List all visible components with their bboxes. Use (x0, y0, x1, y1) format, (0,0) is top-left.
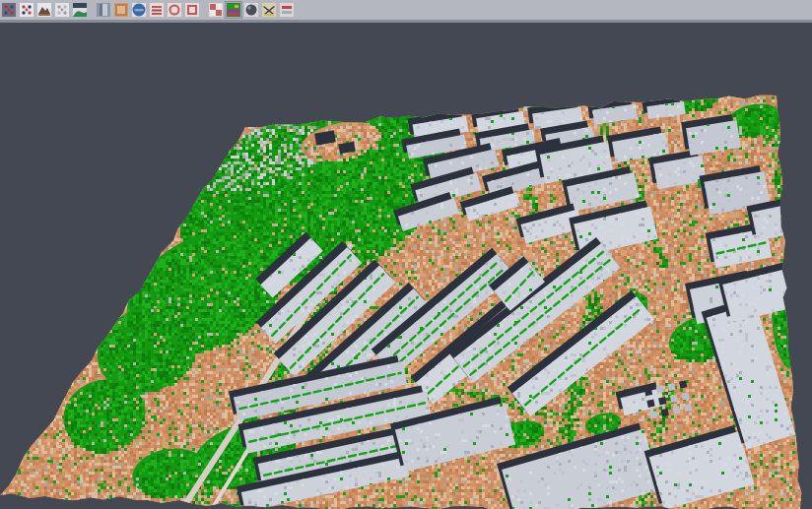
viewport-3d-canvas[interactable] (0, 23, 812, 509)
profile-lines-icon[interactable] (149, 2, 165, 18)
application-window (0, 0, 812, 509)
circle-select-icon[interactable] (167, 2, 182, 18)
globe-view-icon[interactable] (131, 2, 147, 18)
side-panel-icon[interactable] (96, 2, 111, 18)
open-file-icon[interactable] (1, 2, 17, 18)
terrain-model-icon[interactable] (36, 2, 52, 18)
main-toolbar (0, 0, 812, 23)
grid-tiles-icon[interactable] (208, 2, 224, 18)
scatter-points-icon[interactable] (19, 2, 34, 18)
rect-select-icon[interactable] (184, 2, 200, 18)
point-sphere-icon[interactable] (243, 2, 259, 18)
surface-view-icon[interactable] (72, 2, 88, 18)
layer-stack-icon[interactable] (279, 2, 295, 18)
measure-icon[interactable] (261, 2, 277, 18)
classification-view-icon[interactable] (226, 2, 241, 18)
ortho-image-icon[interactable] (113, 2, 129, 18)
sparse-points-icon[interactable] (54, 2, 70, 18)
